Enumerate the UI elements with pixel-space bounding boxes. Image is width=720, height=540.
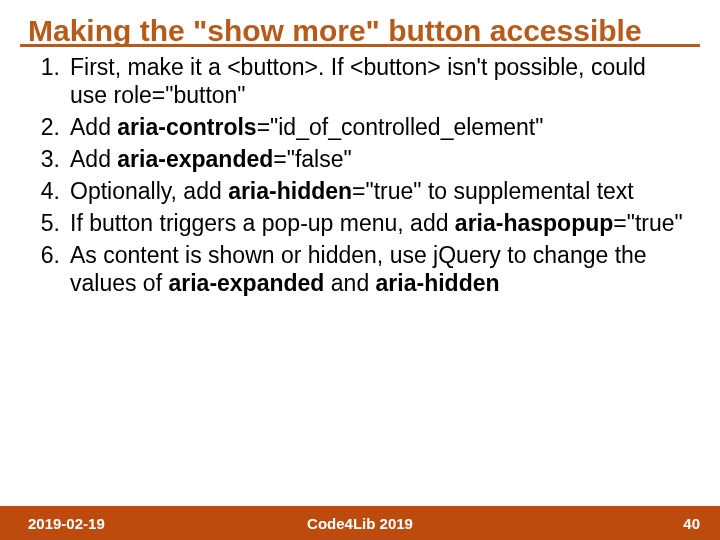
list-item: 6.As content is shown or hidden, use jQu… (30, 241, 686, 297)
list-item: 2.Add aria-controls="id_of_controlled_el… (30, 113, 686, 141)
item-number: 6. (30, 241, 70, 297)
item-number: 2. (30, 113, 70, 141)
item-text: As content is shown or hidden, use jQuer… (70, 241, 686, 297)
slide-footer: 2019-02-19 Code4Lib 2019 40 (0, 506, 720, 540)
slide-body: 1.First, make it a <button>. If <button>… (0, 53, 720, 297)
list-item: 4.Optionally, add aria-hidden="true" to … (30, 177, 686, 205)
item-text: First, make it a <button>. If <button> i… (70, 53, 686, 109)
item-number: 3. (30, 145, 70, 173)
list-item: 3.Add aria-expanded="false" (30, 145, 686, 173)
slide-title: Making the "show more" button accessible (0, 0, 720, 50)
item-text: Add aria-expanded="false" (70, 145, 686, 173)
list-item: 5.If button triggers a pop-up menu, add … (30, 209, 686, 237)
item-number: 5. (30, 209, 70, 237)
item-text: Optionally, add aria-hidden="true" to su… (70, 177, 686, 205)
item-number: 4. (30, 177, 70, 205)
steps-list: 1.First, make it a <button>. If <button>… (30, 53, 686, 297)
footer-event: Code4Lib 2019 (0, 515, 720, 532)
item-text: If button triggers a pop-up menu, add ar… (70, 209, 686, 237)
item-number: 1. (30, 53, 70, 109)
item-text: Add aria-controls="id_of_controlled_elem… (70, 113, 686, 141)
list-item: 1.First, make it a <button>. If <button>… (30, 53, 686, 109)
title-rule (20, 44, 700, 47)
